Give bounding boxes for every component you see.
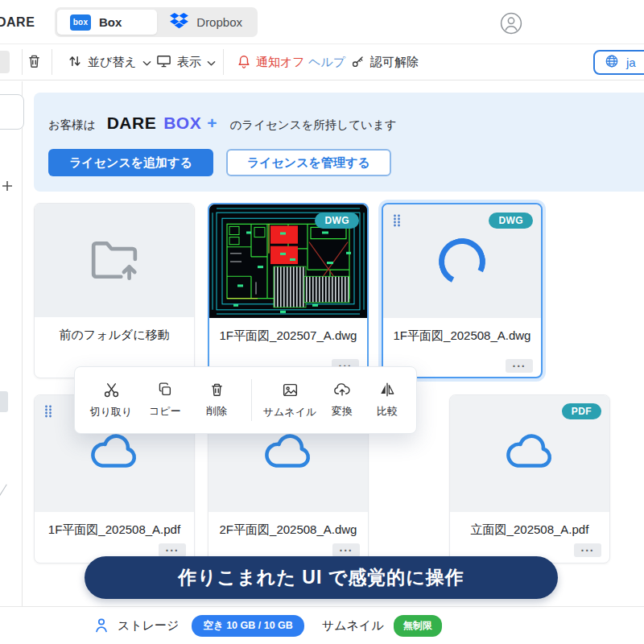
context-menu: 切り取り コピー 削除 サムネイル 変換 [74, 366, 417, 434]
scissors-icon [103, 382, 120, 401]
monitor-icon [156, 54, 171, 71]
globe-icon [605, 54, 619, 71]
file-card-pdf-elevation[interactable]: PDF 立面図_202508_A.pdf ··· [449, 394, 610, 564]
cloud-icon [88, 433, 141, 475]
file-card-dwg-202507[interactable]: DWG 1F平面図_202507_A.dwg ··· [208, 203, 369, 378]
language-button[interactable]: ja [593, 50, 644, 75]
sort-button[interactable]: 並び替え [68, 44, 151, 80]
trash-icon [27, 53, 42, 72]
loading-thumbnail: DWG [383, 204, 541, 318]
dropbox-logo-icon [170, 13, 188, 32]
image-icon [282, 382, 299, 401]
file-name: 立面図_202508_A.pdf [450, 512, 609, 538]
cloud-thumbnail: PDF [450, 395, 609, 512]
thumbnail-label: サムネイル [322, 618, 384, 634]
more-button[interactable]: ··· [506, 359, 533, 373]
deauthorize-button[interactable]: 認可解除 [351, 44, 419, 80]
toolbar: 並び替え 表示 通知オフ ヘルプ [0, 44, 644, 80]
cad-thumbnail: DWG [209, 204, 367, 318]
more-button[interactable]: ··· [332, 543, 360, 557]
drag-handle-icon[interactable] [393, 214, 401, 229]
storage-label: ストレージ [118, 618, 179, 634]
top-bar: DARE box Box Dropbox [0, 0, 644, 44]
tab-dropbox[interactable]: Dropbox [157, 10, 255, 35]
account-icon[interactable] [500, 12, 522, 35]
file-name: 1F平面図_202508_A.dwg [383, 318, 541, 344]
tab-box[interactable]: box Box [57, 10, 157, 35]
deauthorize-label: 認可解除 [370, 55, 419, 70]
copy-icon [157, 382, 173, 400]
license-brand-plus: + [207, 114, 217, 133]
brand-logo: DARE [0, 15, 35, 30]
chevron-down-icon [142, 56, 151, 69]
menu-item-thumbnail[interactable]: サムネイル [258, 382, 322, 419]
manage-license-button[interactable]: ライセンスを管理する [226, 149, 391, 176]
box-logo-icon: box [70, 14, 91, 31]
storage-value-badge: 空き 10 GB / 10 GB [192, 615, 303, 637]
menu-item-delete[interactable]: 削除 [188, 382, 246, 419]
toolbar-divider [223, 49, 224, 75]
tab-box-label: Box [99, 15, 122, 29]
loading-spinner [432, 232, 491, 291]
menu-divider [251, 379, 252, 421]
sidebar-border [22, 81, 23, 606]
service-switcher: box Box Dropbox [55, 7, 258, 37]
menu-item-cut[interactable]: 切り取り [80, 382, 142, 419]
folder-up-card[interactable]: 前のフォルダに移動 [34, 203, 195, 378]
promo-banner: 作りこまれた UI で感覚的に操作 [85, 556, 558, 599]
tab-dropbox-label: Dropbox [196, 15, 242, 29]
file-name: 1F平面図_202507_A.dwg [209, 318, 367, 344]
view-button[interactable]: 表示 [156, 44, 216, 80]
more-button[interactable]: ··· [574, 543, 601, 557]
bell-icon [237, 54, 250, 72]
sidebar-fragment-line [0, 484, 7, 499]
delete-button[interactable] [27, 44, 42, 80]
sidebar-fragment-block [0, 391, 8, 412]
file-name: 2F平面図_202508_A.dwg [208, 512, 368, 538]
key-icon [351, 55, 365, 71]
file-type-badge: PDF [562, 403, 601, 419]
thumbnail-value-badge: 無制限 [394, 615, 442, 637]
add-license-button[interactable]: ライセンスを追加する [48, 149, 213, 176]
cloud-icon [262, 433, 315, 475]
menu-item-compare[interactable]: 比較 [362, 382, 412, 419]
sort-arrows-icon [68, 54, 82, 71]
app-window: DARE box Box Dropbox [0, 0, 644, 644]
notifications-off-button[interactable]: 通知オフ [237, 44, 305, 80]
cloud-icon [503, 433, 556, 475]
file-card-dwg-202508[interactable]: DWG 1F平面図_202508_A.dwg ··· [382, 203, 543, 378]
sidebar-fragment-box [0, 94, 24, 130]
notifications-off-label: 通知オフ [256, 55, 305, 70]
status-bar: ストレージ 空き 10 GB / 10 GB サムネイル 無制限 [0, 606, 644, 644]
drag-handle-icon[interactable] [44, 405, 52, 420]
file-type-badge: DWG [315, 213, 359, 229]
license-suffix: のライセンスを所持しています [229, 118, 396, 133]
file-name: 1F平面図_202508_A.pdf [35, 512, 194, 538]
file-type-badge: DWG [489, 213, 533, 229]
license-brand-dare: DARE [107, 114, 157, 133]
folder-up-icon [89, 237, 139, 284]
menu-item-convert[interactable]: 変換 [322, 382, 362, 419]
menu-item-copy[interactable]: コピー [142, 382, 188, 419]
view-label: 表示 [177, 55, 201, 70]
person-icon [95, 617, 108, 634]
license-banner: お客様は DARE BOX + のライセンスを所持しています ライセンスを追加す… [34, 93, 644, 192]
chevron-down-icon [207, 56, 216, 69]
plus-icon [2, 180, 13, 195]
toolbar-divider [22, 49, 23, 75]
cloud-upload-icon [333, 382, 351, 400]
license-message: お客様は DARE BOX + のライセンスを所持しています [48, 114, 397, 133]
toolbar-divider [52, 49, 52, 75]
license-brand-box: BOX [163, 114, 201, 133]
trash-icon [209, 382, 225, 400]
language-label: ja [626, 56, 636, 69]
folder-label: 前のフォルダに移動 [35, 317, 194, 343]
promo-text: 作りこまれた UI で感覚的に操作 [178, 565, 464, 590]
compare-icon [379, 382, 395, 400]
toolbar-partial-button[interactable] [0, 51, 10, 73]
license-prefix: お客様は [48, 118, 96, 133]
help-link[interactable]: ヘルプ [308, 44, 345, 80]
help-label: ヘルプ [308, 55, 345, 70]
folder-thumbnail [35, 204, 194, 317]
more-button[interactable]: ··· [159, 543, 186, 557]
